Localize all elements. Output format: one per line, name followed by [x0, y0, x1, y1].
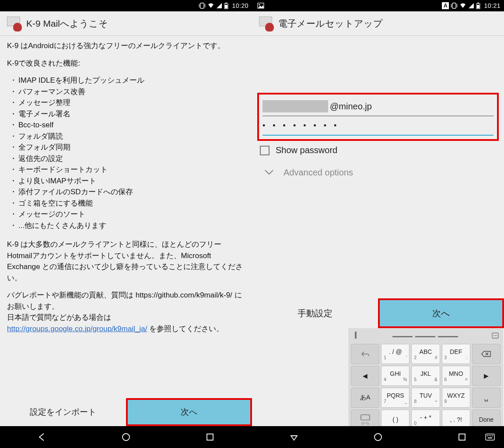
import-settings-button[interactable]: 設定をインポート: [0, 398, 126, 426]
keyboard-key[interactable]: [472, 344, 500, 364]
svg-rect-26: [486, 434, 494, 440]
feature-item: パフォーマンス改善: [7, 86, 245, 98]
feature-item: 返信先の設定: [7, 153, 245, 164]
feature-item: ゴミ箱を空にする機能: [7, 198, 245, 209]
keyboard-key[interactable]: [351, 344, 379, 364]
manual-setup-button[interactable]: 手動設定: [252, 298, 378, 328]
app-bar: 電子メールセットアップ: [252, 11, 504, 36]
keyboard-key[interactable]: ▶: [472, 366, 500, 386]
svg-rect-31: [488, 438, 492, 438]
keyboard-key[interactable]: DEF3:: [442, 344, 470, 364]
menu-icon: [492, 332, 499, 340]
keyboard-key[interactable]: TUV8~: [411, 388, 440, 408]
feature-item: IMAP IDLEを利用したプッシュメール: [7, 75, 245, 86]
bottom-bar: 設定をインポート 次へ: [0, 398, 252, 426]
svg-point-18: [494, 335, 494, 336]
signal-icon: [216, 3, 222, 9]
feature-item: フォルダ購読: [7, 131, 245, 142]
welcome-content: K-9 はAndroidにおける強力なフリーのメールクライアントです。 K-9で…: [0, 36, 252, 398]
password-mask: • • • • • • • •: [262, 121, 339, 130]
svg-rect-7: [207, 434, 213, 440]
ime-indicator: A: [442, 2, 449, 9]
nav-recent-icon[interactable]: [452, 427, 472, 447]
svg-point-19: [495, 335, 496, 336]
app-bar: K-9 Mailへようこそ: [0, 11, 252, 36]
features-list: IMAP IDLEを利用したプッシュメールパフォーマンス改善メッセージ整理電子メ…: [7, 75, 245, 231]
nav-keyboard-icon[interactable]: [480, 427, 500, 447]
svg-rect-23: [361, 415, 370, 420]
status-bar: A 10:21: [252, 0, 504, 11]
keyboard-key[interactable]: WXYZ9: [442, 388, 470, 408]
keyboard-key[interactable]: ␣: [472, 388, 500, 408]
email-domain: @mineo.jp: [330, 102, 372, 112]
keyboard-key[interactable]: PQRS7_: [381, 388, 410, 408]
keyboard-key[interactable]: . / @1': [381, 344, 410, 364]
svg-rect-0: [200, 3, 204, 8]
groups-link[interactable]: http://groups.google.co.jp/group/k9mail_…: [7, 325, 147, 333]
feature-item: 全フォルダ同期: [7, 142, 245, 153]
svg-point-24: [374, 434, 382, 441]
keyboard-key[interactable]: MNO6=: [442, 366, 470, 386]
svg-rect-4: [225, 3, 227, 4]
email-local-redacted: [262, 100, 328, 112]
keyboard-handle[interactable]: [350, 330, 501, 343]
keyboard[interactable]: . / @1'ABC2#DEF3:◀GHI4%JKL5&MNO6=▶あAPQRS…: [348, 328, 503, 432]
advanced-options-row[interactable]: Advanced options: [252, 155, 504, 178]
intro-text: K-9 はAndroidにおける強力なフリーのメールクライアントです。: [7, 40, 245, 52]
wifi-icon: [207, 3, 214, 9]
phone-left: 10:20 K-9 Mailへようこそ K-9 はAndroidにおける強力なフ…: [0, 0, 252, 448]
svg-rect-28: [489, 435, 490, 436]
app-title: K-9 Mailへようこそ: [26, 18, 108, 30]
keyboard-key[interactable]: あA: [351, 388, 379, 408]
keyboard-key[interactable]: ABC2#: [411, 344, 440, 364]
app-icon: [258, 16, 274, 32]
feature-item: 添付ファイルのSDカードへの保存: [7, 186, 245, 198]
svg-rect-30: [492, 435, 493, 436]
note-hotmail: K-9 は大多数のメールクライアントと同様に、ほとんどのフリーHotmailアカ…: [7, 239, 245, 284]
feature-item: Bcc-to-self: [7, 119, 245, 131]
nav-back-icon[interactable]: [32, 427, 52, 447]
status-time: 10:20: [232, 2, 248, 9]
nav-bar: [0, 426, 252, 448]
svg-rect-25: [459, 434, 465, 440]
nav-bar: [252, 426, 504, 448]
show-password-label: Show password: [276, 145, 337, 155]
svg-rect-16: [355, 332, 357, 339]
phone-right: A 10:21 電子メールセットアップ: [252, 0, 504, 448]
app-icon: [6, 16, 22, 32]
keyboard-key[interactable]: GHI4%: [381, 366, 410, 386]
svg-rect-27: [487, 435, 488, 436]
nav-back-icon[interactable]: [284, 427, 304, 447]
nav-recent-icon[interactable]: [200, 427, 220, 447]
credentials-group: @mineo.jp • • • • • • • •: [257, 93, 499, 141]
wifi-icon: [459, 3, 466, 9]
feature-item: メッセージ整理: [7, 97, 245, 108]
vibrate-icon: [199, 3, 206, 9]
next-button[interactable]: 次へ: [126, 398, 252, 426]
svg-point-20: [496, 335, 497, 336]
svg-rect-10: [452, 3, 456, 8]
svg-rect-5: [225, 5, 228, 8]
signal-icon: [468, 3, 474, 9]
battery-icon: [476, 3, 480, 9]
chevron-down-icon: [264, 168, 274, 178]
features-heading: K-9で改良された機能:: [7, 58, 245, 69]
show-password-row[interactable]: Show password: [252, 141, 504, 155]
svg-rect-29: [490, 435, 491, 436]
feature-item: キーボードショートカット: [7, 164, 245, 175]
nav-home-icon[interactable]: [116, 427, 136, 447]
email-field[interactable]: @mineo.jp: [262, 97, 494, 116]
svg-rect-14: [477, 3, 479, 4]
keyboard-key[interactable]: ◀: [351, 366, 379, 386]
password-field[interactable]: • • • • • • • •: [262, 116, 494, 136]
pen-icon: [353, 331, 359, 342]
feature-item: ...他にもたくさんあります: [7, 220, 245, 231]
nav-home-icon[interactable]: [368, 427, 388, 447]
next-button[interactable]: 次へ: [378, 298, 504, 328]
setup-body: @mineo.jp • • • • • • • • Show password …: [252, 36, 504, 426]
app-title: 電子メールセットアップ: [278, 18, 383, 30]
svg-point-6: [122, 434, 130, 441]
show-password-checkbox[interactable]: [260, 146, 270, 155]
svg-point-9: [259, 4, 260, 6]
keyboard-key[interactable]: JKL5&: [411, 366, 440, 386]
